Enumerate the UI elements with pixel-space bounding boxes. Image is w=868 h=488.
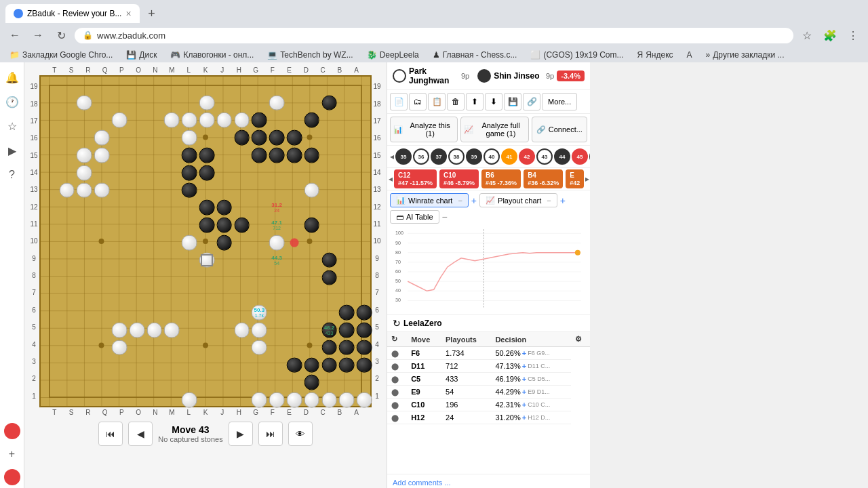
bookmark-7[interactable]: Я Яндекс	[633, 49, 677, 61]
stone	[339, 323, 355, 338]
add-playout-chart[interactable]: +	[471, 195, 477, 206]
add-chart-plus[interactable]: +	[560, 195, 566, 206]
move-chip-38[interactable]: 38	[448, 148, 465, 165]
bookmark-0[interactable]: 📁 Закладки Google Chro...	[5, 49, 117, 61]
menu-button[interactable]: ⋮	[844, 26, 863, 45]
forward-button[interactable]: →	[28, 26, 47, 45]
playout-chart-tab[interactable]: 📈 Playout chart −	[479, 193, 557, 207]
table-row[interactable]: ⬤ C5 433 46.19% + C5 D5...	[387, 373, 590, 386]
playout-icon: 📈	[486, 196, 495, 205]
bad-move-1[interactable]: C10 #46 -8.79%	[439, 169, 479, 188]
tool-btn-delete[interactable]: 🗑	[447, 93, 465, 110]
bookmark-1[interactable]: 💾 Диск	[122, 49, 161, 61]
bad-move-2[interactable]: B6 #45 -7.36%	[481, 169, 521, 188]
go-board[interactable]: 31.22447.171244.35450.31.7k46.2433	[39, 75, 372, 407]
sidebar-bottom-icon[interactable]	[4, 469, 20, 485]
move-chip-41[interactable]: 41	[501, 148, 517, 165]
stone	[269, 235, 285, 251]
move-chip-40[interactable]: 40	[484, 148, 500, 165]
tool-btn-download[interactable]: ⬇	[485, 93, 502, 110]
move-chip-46[interactable]: 46	[589, 148, 590, 165]
history-scroll-left[interactable]: ◂	[390, 152, 394, 161]
move-chip-35[interactable]: 35	[395, 148, 412, 165]
analyze-this-button[interactable]: 📊 Analyze this (1)	[390, 117, 458, 142]
bad-moves-scroll-left[interactable]: ◂	[389, 174, 393, 184]
user-avatar[interactable]	[4, 423, 20, 439]
ai-refresh-icon[interactable]: ↻	[393, 318, 401, 329]
ai-table-tab[interactable]: 🗃 AI Table	[390, 210, 439, 224]
hint-marker: 47.1712	[271, 220, 282, 230]
bookmark-3[interactable]: 💻 TechBench by WZ...	[263, 49, 357, 61]
active-tab[interactable]: ZBaduk - Review your B... ×	[5, 4, 140, 23]
tool-btn-2[interactable]: 🗂	[409, 93, 427, 110]
reload-button[interactable]: ↻	[52, 26, 71, 45]
table-row[interactable]: ⬤ H12 24 31.20% + H12 D...	[387, 411, 590, 424]
table-row[interactable]: ⬤ D11 712 47.13% + D11 C...	[387, 360, 590, 373]
bookmark-2[interactable]: 🎮 Клавогонки - онл...	[166, 49, 258, 61]
extensions-button[interactable]: 🧩	[821, 26, 840, 45]
move-chip-42[interactable]: 42	[519, 148, 535, 165]
winrate-chart-tab[interactable]: 📊 Winrate chart −	[390, 193, 469, 207]
bookmark-4[interactable]: 🐉 DeepLeela	[363, 49, 423, 61]
address-bar[interactable]: 🔒 www.zbaduk.com	[75, 28, 793, 43]
sidebar-play-icon[interactable]: ▶	[3, 141, 22, 160]
next-move-button[interactable]: ▶	[229, 422, 253, 446]
playout-minus-icon[interactable]: −	[547, 197, 551, 205]
decision-plus-icon[interactable]: +	[522, 362, 526, 370]
table-row[interactable]: ⬤ C10 196 42.31% + C10 C...	[387, 399, 590, 411]
bookmark-5[interactable]: ♟ Главная - Chess.c...	[429, 49, 521, 61]
move-chip-45[interactable]: 45	[572, 148, 588, 165]
sidebar-add-icon[interactable]: +	[3, 445, 22, 464]
row-icon: ⬤	[387, 373, 407, 386]
first-move-button[interactable]: ⏮	[98, 422, 123, 446]
sidebar-history-icon[interactable]: 🕐	[3, 92, 22, 111]
col-playouts: Playouts	[441, 332, 491, 347]
winrate-minus-icon[interactable]: −	[458, 197, 462, 205]
tab-close-button[interactable]: ×	[125, 8, 131, 19]
move-chip-44[interactable]: 44	[554, 148, 570, 165]
row-icon: ⬤	[387, 347, 407, 360]
decision-plus-icon[interactable]: +	[522, 388, 526, 396]
bookmark-8[interactable]: А	[683, 49, 696, 61]
bookmark-6[interactable]: ⬜ (CGOS) 19x19 Com...	[526, 49, 627, 61]
decision-plus-icon[interactable]: +	[522, 349, 526, 357]
bad-move-4[interactable]: E #42	[566, 169, 584, 188]
bad-move-3[interactable]: B4 #36 -6.32%	[524, 169, 563, 188]
new-tab-button[interactable]: +	[142, 4, 161, 23]
last-move-button[interactable]: ⏭	[258, 422, 283, 446]
sidebar-bell-icon[interactable]: 🔔	[3, 68, 22, 87]
move-chip-36[interactable]: 36	[413, 148, 429, 165]
ai-table-minus-icon[interactable]: −	[442, 211, 448, 222]
analyze-full-button[interactable]: 📈 Analyze full game (1)	[460, 117, 528, 142]
back-button[interactable]: ←	[5, 26, 24, 45]
bad-move-0[interactable]: C12 #47 -11.57%	[394, 169, 437, 188]
ai-table[interactable]: ↻ Move Playouts Decision ⚙ ⬤ F6 1.734	[387, 332, 590, 474]
tool-btn-1[interactable]: 📄	[390, 93, 408, 110]
decision-plus-icon[interactable]: +	[522, 375, 526, 383]
tool-btn-save[interactable]: 💾	[504, 93, 521, 110]
game-area: T S R Q P O N M L K J H G F E D C B A	[24, 62, 868, 488]
sidebar-help-icon[interactable]: ?	[3, 165, 22, 184]
decision-plus-icon[interactable]: +	[522, 413, 526, 422]
tool-btn-link[interactable]: 🔗	[523, 93, 540, 110]
bookmark-9[interactable]: » Другие закладки ...	[702, 49, 789, 61]
stone	[112, 340, 127, 355]
charts-section: 📊 Winrate chart − + 📈 Playout chart − + …	[387, 190, 590, 315]
decision-plus-icon[interactable]: +	[522, 401, 526, 409]
more-button[interactable]: More...	[542, 93, 577, 110]
add-comments-button[interactable]: Add comments ...	[387, 474, 590, 488]
move-chip-43[interactable]: 43	[536, 148, 553, 165]
move-history[interactable]: ◂ 35 36 37 38 39 40 41 42 43 44 45 46 47…	[387, 146, 590, 168]
table-row[interactable]: ⬤ F6 1.734 50.26% + F6 G9...	[387, 347, 590, 360]
table-row[interactable]: ⬤ E9 54 44.29% + E9 D1...	[387, 386, 590, 399]
bookmark-button[interactable]: ☆	[797, 26, 816, 45]
tool-btn-copy[interactable]: 📋	[428, 93, 446, 110]
bad-moves-scroll-right[interactable]: ▸	[585, 174, 589, 184]
toggle-view-button[interactable]: 👁	[288, 422, 313, 446]
connect-button[interactable]: 🔗 Connect...	[532, 117, 587, 142]
move-chip-39[interactable]: 39	[466, 148, 482, 165]
sidebar-star-icon[interactable]: ☆	[3, 117, 22, 136]
tool-btn-upload[interactable]: ⬆	[466, 93, 484, 110]
move-chip-37[interactable]: 37	[431, 148, 447, 165]
prev-move-button[interactable]: ◀	[128, 422, 153, 446]
